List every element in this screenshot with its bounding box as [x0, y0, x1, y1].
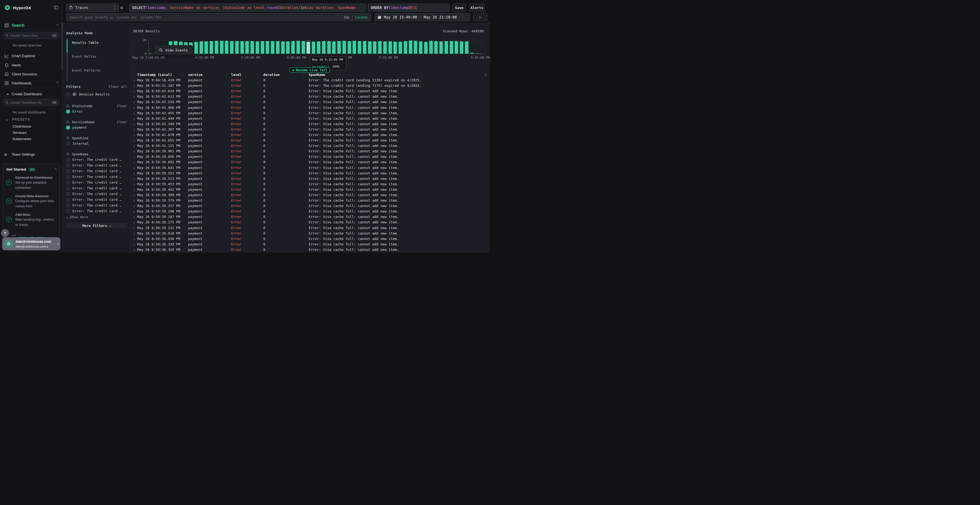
- checkbox[interactable]: [66, 142, 70, 146]
- checkbox[interactable]: [66, 198, 70, 202]
- help-button[interactable]: ?: [1, 229, 9, 237]
- filter-option[interactable]: Error: The credit card …: [63, 174, 130, 179]
- filter-option[interactable]: Error: The credit card …: [63, 179, 130, 185]
- checkbox[interactable]: [66, 203, 70, 207]
- row-expand-chevron[interactable]: [133, 211, 135, 213]
- row-expand-chevron[interactable]: [133, 124, 135, 125]
- preset-dashboard-services[interactable]: Services: [0, 130, 63, 135]
- filter-option[interactable]: Error: The credit card …: [63, 197, 130, 202]
- preset-dashboard-kubernetes[interactable]: Kubernetes: [0, 136, 63, 141]
- column-header-service[interactable]: service: [188, 73, 202, 77]
- denoise-results-option[interactable]: Denoise Results: [66, 92, 110, 96]
- table-row[interactable]: May 26 8:50:39.641 PMpaymentError0Error:…: [130, 165, 490, 170]
- row-expand-chevron[interactable]: [133, 173, 135, 175]
- resume-live-tail-button[interactable]: Resume Live Tail: [290, 67, 330, 73]
- histogram-bar[interactable]: [266, 41, 269, 54]
- histogram-bar[interactable]: [286, 41, 290, 54]
- filter-option[interactable]: Error: The credit card …: [63, 191, 130, 197]
- row-expand-chevron[interactable]: [133, 216, 135, 218]
- create-dashboard-button[interactable]: + Create Dashboard: [0, 91, 63, 96]
- histogram-bar[interactable]: [235, 41, 239, 54]
- table-row[interactable]: May 26 8:50:36.329 PMpaymentError0Error:…: [130, 247, 490, 252]
- table-row[interactable]: May 26 8:50:36.436 PMpaymentError0Error:…: [130, 236, 490, 241]
- histogram-bar[interactable]: [465, 41, 468, 54]
- preset-dashboard-clickhouse[interactable]: ClickHouse: [0, 124, 63, 129]
- row-expand-chevron[interactable]: [133, 195, 135, 197]
- histogram-bar[interactable]: [342, 41, 346, 54]
- row-expand-chevron[interactable]: [133, 222, 135, 224]
- histogram-bar[interactable]: [445, 41, 448, 54]
- filter-option[interactable]: Error: The credit card …: [63, 208, 130, 214]
- chevron-up-icon[interactable]: [56, 24, 59, 26]
- filter-option[interactable]: Error: The credit card …: [63, 157, 130, 162]
- column-resizer[interactable]: ⋮: [302, 73, 305, 76]
- histogram-bar[interactable]: [281, 41, 285, 54]
- checkbox[interactable]: [66, 92, 70, 96]
- table-row[interactable]: May 26 8:50:41.115 PMpaymentError0Error:…: [130, 143, 490, 148]
- histogram-bar[interactable]: [210, 41, 213, 54]
- toggle-lucene[interactable]: Lucene: [355, 15, 368, 19]
- filter-clear-button[interactable]: Clear: [117, 104, 127, 108]
- table-row[interactable]: May 26 8:50:39.121 PMpaymentError0Error:…: [130, 225, 490, 230]
- histogram-bar[interactable]: [317, 41, 320, 54]
- column-header-spanname[interactable]: SpanName: [309, 73, 325, 77]
- checkbox[interactable]: [66, 110, 70, 113]
- filter-option[interactable]: Error: The credit card …: [63, 202, 130, 208]
- histogram-bar[interactable]: [475, 53, 479, 54]
- row-expand-chevron[interactable]: [133, 102, 135, 103]
- histogram-bar[interactable]: [271, 41, 274, 54]
- table-row[interactable]: May 26 9:03:31.187 PMpaymentError0Error:…: [130, 83, 490, 88]
- table-row[interactable]: May 26 8:50:39.399 PMpaymentError0Error:…: [130, 192, 490, 197]
- save-button[interactable]: Save: [452, 3, 466, 12]
- user-menu[interactable]: D dale@clickhouse.com dale@clickhouse.co…: [2, 237, 60, 250]
- table-row[interactable]: May 26 8:50:39.551 PMpaymentError0Error:…: [130, 170, 490, 176]
- histogram-bar[interactable]: [256, 41, 259, 54]
- histogram-bar[interactable]: [200, 41, 203, 54]
- row-expand-chevron[interactable]: [133, 85, 135, 87]
- table-row[interactable]: May 26 8:50:39.379 PMpaymentError0Error:…: [130, 197, 490, 203]
- filter-clear-button[interactable]: Clear: [117, 120, 127, 124]
- histogram-bar[interactable]: [291, 41, 295, 54]
- row-expand-chevron[interactable]: [133, 96, 135, 98]
- table-row[interactable]: May 26 8:50:39.298 PMpaymentError0Error:…: [130, 208, 490, 214]
- filter-option[interactable]: payment: [63, 125, 130, 130]
- table-row[interactable]: May 26 8:50:39.453 PMpaymentError0Error:…: [130, 181, 490, 187]
- row-expand-chevron[interactable]: [133, 151, 135, 152]
- checkbox[interactable]: [66, 186, 70, 190]
- table-row[interactable]: May 26 8:50:36.339 PMpaymentError0Error:…: [130, 241, 490, 247]
- histogram-bar[interactable]: [404, 41, 407, 54]
- histogram-bar[interactable]: [439, 41, 443, 54]
- column-header-level[interactable]: level: [231, 73, 242, 77]
- histogram-bar[interactable]: [348, 41, 351, 54]
- filter-option[interactable]: Error: The credit card …: [63, 162, 130, 168]
- alerts-button[interactable]: Alerts: [469, 3, 485, 12]
- sidebar-scrollbar[interactable]: [62, 23, 62, 71]
- histogram-bar[interactable]: [393, 41, 397, 54]
- histogram-bar[interactable]: [363, 41, 366, 54]
- filter-option[interactable]: Error: [63, 108, 130, 114]
- checkbox[interactable]: [66, 164, 70, 167]
- get-started-item[interactable]: Create Data Sources Configure where your…: [6, 194, 56, 208]
- column-resizer[interactable]: ⋮: [224, 73, 228, 76]
- checkbox[interactable]: [66, 192, 70, 196]
- more-filters-button[interactable]: More filters: [66, 223, 127, 228]
- histogram-bar[interactable]: [215, 41, 218, 54]
- table-row[interactable]: May 26 8:50:43.444 PMpaymentError0Error:…: [130, 116, 490, 121]
- table-row[interactable]: May 26 8:50:39.692 PMpaymentError0Error:…: [130, 159, 490, 165]
- table-row[interactable]: May 26 8:50:39.337 PMpaymentError0Error:…: [130, 203, 490, 208]
- histogram-bar[interactable]: [261, 41, 264, 54]
- checkbox[interactable]: [66, 126, 70, 130]
- checkbox[interactable]: [66, 175, 70, 179]
- sidebar-collapse-icon[interactable]: [54, 5, 58, 10]
- get-started-item[interactable]: Add Data Start sending logs, metrics, or…: [6, 212, 56, 227]
- histogram-bar[interactable]: [204, 41, 208, 54]
- histogram-bar[interactable]: [414, 41, 417, 54]
- histogram-bar[interactable]: [383, 41, 387, 54]
- source-settings-gear-icon[interactable]: ⚙: [120, 5, 123, 10]
- histogram-bar[interactable]: [240, 41, 244, 54]
- sidebar-item-client-sessions[interactable]: Client Sessions: [0, 71, 63, 76]
- row-expand-chevron[interactable]: [133, 205, 135, 207]
- saved-searches-input[interactable]: Saved Searches ⌘K: [3, 32, 60, 39]
- row-expand-chevron[interactable]: [133, 134, 135, 136]
- table-row[interactable]: May 26 8:50:43.534 PMpaymentError0Error:…: [130, 99, 490, 105]
